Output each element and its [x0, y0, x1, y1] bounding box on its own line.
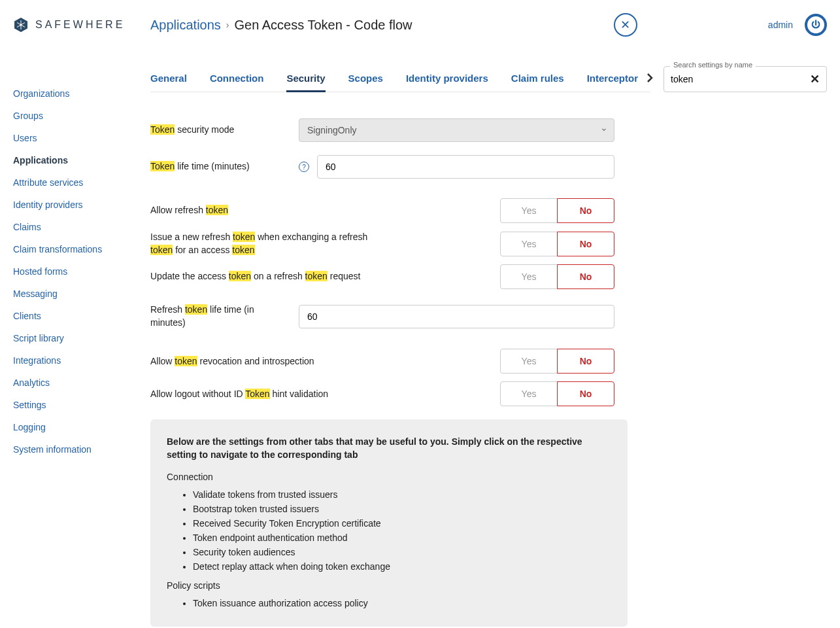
help-icon[interactable]: ? — [299, 162, 309, 172]
info-link-item[interactable]: Token endpoint authentication method — [193, 531, 611, 545]
token-lifetime-label: Token life time (minutes) — [150, 160, 291, 173]
logo-hex-icon — [13, 17, 29, 33]
no-button[interactable]: No — [557, 349, 614, 374]
sidebar-item-settings[interactable]: Settings — [13, 394, 150, 416]
close-icon: ✕ — [620, 18, 630, 32]
allow-refresh-token-label: Allow refresh token — [150, 204, 379, 217]
power-icon — [810, 19, 822, 31]
sidebar-item-claim-transformations[interactable]: Claim transformations — [13, 238, 150, 260]
sidebar-item-organizations[interactable]: Organizations — [13, 82, 150, 105]
chevron-right-icon — [645, 73, 655, 83]
clear-search-icon[interactable]: ✕ — [810, 72, 820, 86]
breadcrumb: Applications › Gen Access Token - Code f… — [150, 18, 614, 33]
tab-interceptor[interactable]: Interceptor — [587, 66, 638, 92]
yes-button[interactable]: Yes — [500, 232, 558, 256]
tab-general[interactable]: General — [150, 66, 187, 92]
info-link-item[interactable]: Bootstrap token trusted issuers — [193, 502, 611, 516]
sidebar-item-identity-providers[interactable]: Identity providers — [13, 194, 150, 216]
sidebar-item-attribute-services[interactable]: Attribute services — [13, 171, 150, 194]
info-title: Below are the settings from other tabs t… — [167, 436, 611, 461]
sidebar-item-claims[interactable]: Claims — [13, 216, 150, 238]
issue-new-refresh-token-label: Issue a new refresh token when exchangin… — [150, 231, 379, 256]
sidebar-item-applications[interactable]: Applications — [13, 149, 150, 171]
sidebar-item-hosted-forms[interactable]: Hosted forms — [13, 260, 150, 283]
yes-button[interactable]: Yes — [500, 198, 558, 223]
breadcrumb-current: Gen Access Token - Code flow — [235, 18, 412, 33]
tab-connection[interactable]: Connection — [210, 66, 264, 92]
tab-identity-providers[interactable]: Identity providers — [406, 66, 488, 92]
sidebar-item-script-library[interactable]: Script library — [13, 327, 150, 349]
no-button[interactable]: No — [557, 198, 614, 223]
allow-refresh-token-toggle: Yes No — [500, 198, 614, 223]
allow-token-revocation-label: Allow token revocation and introspection — [150, 355, 379, 368]
refresh-token-lifetime-input[interactable] — [299, 305, 614, 328]
sidebar-item-messaging[interactable]: Messaging — [13, 283, 150, 305]
tab-security[interactable]: Security — [286, 66, 325, 92]
info-link-item[interactable]: Validate tokens from trusted issuers — [193, 487, 611, 502]
yes-button[interactable]: Yes — [500, 264, 558, 289]
info-link-item[interactable]: Security token audiences — [193, 545, 611, 559]
info-section-title: Connection — [167, 472, 611, 482]
tab-scopes[interactable]: Scopes — [348, 66, 383, 92]
sidebar-item-logging[interactable]: Logging — [13, 416, 150, 438]
user-link[interactable]: admin — [768, 20, 793, 30]
update-access-token-label: Update the access token on a refresh tok… — [150, 270, 379, 283]
no-button[interactable]: No — [557, 232, 614, 256]
info-link-item[interactable]: Token issuance authorization access poli… — [193, 596, 611, 610]
no-button[interactable]: No — [557, 264, 614, 289]
tab-claim-rules[interactable]: Claim rules — [511, 66, 564, 92]
token-security-mode-select[interactable]: SigningOnly — [299, 118, 614, 142]
related-settings-panel: Below are the settings from other tabs t… — [150, 419, 628, 626]
breadcrumb-parent[interactable]: Applications — [150, 18, 221, 33]
tabs-scroll-right[interactable] — [638, 69, 662, 89]
allow-logout-without-id-token-label: Allow logout without ID Token hint valid… — [150, 388, 379, 401]
search-settings: Search settings by name ✕ — [664, 66, 827, 92]
logout-button[interactable] — [805, 14, 827, 36]
allow-token-revocation-toggle: Yes No — [500, 349, 614, 374]
yes-button[interactable]: Yes — [500, 349, 558, 374]
sidebar-nav: OrganizationsGroupsUsersApplicationsAttr… — [13, 37, 150, 628]
sidebar-item-analytics[interactable]: Analytics — [13, 372, 150, 394]
search-input[interactable] — [671, 74, 810, 84]
allow-logout-without-id-token-toggle: Yes No — [500, 381, 614, 406]
search-label: Search settings by name — [670, 61, 756, 69]
brand-name: SAFEWHERE — [35, 19, 125, 31]
sidebar-item-system-information[interactable]: System information — [13, 438, 150, 461]
yes-button[interactable]: Yes — [500, 381, 558, 406]
sidebar-item-users[interactable]: Users — [13, 127, 150, 149]
sidebar-item-integrations[interactable]: Integrations — [13, 349, 150, 372]
update-access-token-toggle: Yes No — [500, 264, 614, 289]
info-link-item[interactable]: Received Security Token Encryption certi… — [193, 516, 611, 531]
brand-logo[interactable]: SAFEWHERE — [13, 17, 150, 33]
no-button[interactable]: No — [557, 381, 614, 406]
refresh-token-lifetime-label: Refresh token life time (in minutes) — [150, 304, 291, 329]
info-link-item[interactable]: Detect replay attack when doing token ex… — [193, 559, 611, 574]
sidebar-item-groups[interactable]: Groups — [13, 105, 150, 127]
chevron-right-icon: › — [226, 20, 229, 30]
info-section-title: Policy scripts — [167, 580, 611, 591]
sidebar-item-clients[interactable]: Clients — [13, 305, 150, 327]
issue-new-refresh-token-toggle: Yes No — [500, 232, 614, 256]
token-lifetime-input[interactable] — [317, 155, 614, 179]
token-security-mode-label: Token security mode — [150, 124, 291, 137]
close-button[interactable]: ✕ — [614, 13, 637, 37]
